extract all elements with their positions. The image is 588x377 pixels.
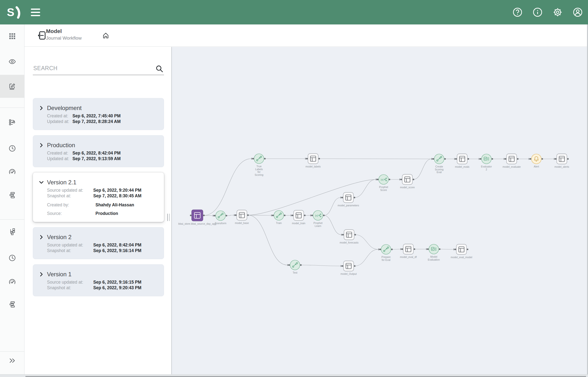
dag-node-label: Preparefor Eval (381, 256, 391, 261)
visibility-icon[interactable] (0, 54, 24, 69)
dag-node-model_parameters[interactable]: model_parameters (338, 192, 359, 207)
history-icon[interactable] (0, 251, 24, 265)
settings-icon[interactable] (552, 7, 563, 17)
expand-double-chevron-icon[interactable] (0, 353, 24, 368)
search-input[interactable] (33, 61, 164, 75)
dag-node-prepare_for_eval[interactable]: Preparefor Eval (379, 245, 393, 261)
version-card-version-2-1[interactable]: Version 2.1 Source updated at:Sep 6, 202… (33, 172, 164, 222)
dag-node-model_train[interactable]: model_train (292, 210, 305, 225)
vertical-scrollbar[interactable] (587, 24, 588, 375)
dag-node-label: TrueLabelsforScoring (255, 165, 263, 176)
dag-node-label: Test (293, 271, 297, 274)
row-value: Sep 6, 2022, 8:42:04 PM (93, 242, 141, 248)
dag-node-label: model_evaluate (502, 165, 521, 168)
dag-node-model_base[interactable]: model_base (235, 210, 249, 224)
horizontal-scrollbar-thumb[interactable] (25, 376, 586, 377)
dag-node-model_output[interactable]: model_Output (340, 261, 357, 275)
history-icon[interactable] (0, 141, 24, 156)
row-value: Shahdy Ali-Hassan (96, 202, 134, 208)
dag-node-train[interactable]: Train (272, 211, 286, 224)
svg-text:[o]: [o] (315, 214, 318, 217)
versions-panel: Development Created at:Sep 6, 2022, 7:45… (25, 47, 172, 377)
version-card-development[interactable]: Development Created at:Sep 6, 2022, 7:45… (33, 98, 164, 130)
row-label: Created by: (47, 202, 93, 208)
row-value: Sep 6, 2022, 9:20:43 PM (93, 285, 141, 291)
chevron-right-icon[interactable] (38, 234, 44, 240)
gauge-icon[interactable] (0, 275, 24, 289)
page-subheader: Model Journal Workflow (25, 24, 588, 47)
dag-node-src[interactable]: bbai_store.bbai_source_day_agg (178, 210, 216, 225)
menu-hamburger-icon[interactable] (31, 7, 42, 18)
row-value: Sep 6, 2022, 9:16:14 PM (93, 248, 141, 254)
page-subtitle: Journal Workflow (46, 35, 82, 41)
row-value: Sep 7, 2022, 8:28:24 AM (73, 119, 121, 124)
row-label: Source updated at: (47, 242, 93, 248)
dag-node-label: Train (276, 222, 282, 224)
dag-node-label: model_parameters (338, 204, 359, 207)
dag-node-model_forecasts[interactable]: model_forecasts (339, 230, 358, 244)
dag-node-evaluator_2[interactable]: Evaluator2 (480, 154, 493, 171)
dag-node-label: Transform (215, 222, 226, 225)
row-label: Snapshot at: (47, 285, 93, 291)
journal-edit-icon[interactable] (0, 75, 24, 98)
dag-node-true_labels[interactable]: TrueLabelsforScoring (252, 154, 266, 176)
row-label: Source: (47, 211, 93, 216)
dag-node-model_eval_df[interactable]: model_eval_df (400, 244, 417, 259)
dag-node-transform[interactable]: Transform (214, 211, 227, 225)
row-label: Source updated at: (47, 188, 93, 193)
version-card-version-1[interactable]: Version 1 Source updated at:Sep 6, 2022,… (33, 264, 164, 296)
dag-node-model_evals[interactable]: model_evals (455, 154, 470, 168)
chevron-right-icon[interactable] (38, 271, 44, 277)
dag-node-model_eval_model[interactable]: model_eval_model (451, 244, 472, 259)
row-value: Production (96, 211, 118, 216)
flow-schema-icon[interactable] (0, 224, 24, 239)
pipeline-icon[interactable] (0, 115, 24, 130)
row-label: Snapshot at: (47, 193, 93, 199)
dag-node-model_evaluate[interactable]: model_evaluate (502, 154, 521, 168)
row-label: Snapshot at: (47, 248, 93, 254)
version-card-version-2[interactable]: Version 2 Source updated at:Sep 6, 2022,… (33, 227, 164, 259)
dag-node-model_labels[interactable]: model_labels (305, 153, 321, 168)
account-icon[interactable] (573, 7, 583, 17)
row-value: Sep 6, 2022, 7:45:40 PM (73, 113, 121, 119)
horizontal-scrollbar[interactable] (0, 374, 588, 377)
info-icon[interactable] (532, 7, 543, 17)
row-label: Created at: (47, 150, 73, 156)
row-label: Updated at: (47, 156, 73, 162)
chevron-right-icon[interactable] (38, 142, 44, 148)
dag-node-label: model_forecasts (339, 241, 358, 244)
workflow-canvas[interactable]: bbai_store.bbai_source_day_aggTransformm… (172, 47, 588, 377)
chevron-right-icon[interactable] (38, 105, 44, 111)
dag-node-label: ProphetScore (379, 186, 388, 191)
dag-node-model_score[interactable]: model_score (400, 174, 415, 189)
help-icon[interactable] (512, 7, 523, 17)
queue-icon[interactable] (0, 297, 24, 312)
left-icon-rail (0, 24, 25, 377)
chevron-down-icon[interactable] (38, 179, 44, 185)
row-label: Updated at: (47, 119, 73, 124)
dag-node-create_scoring_eval[interactable]: CreateScoringEval (433, 154, 446, 174)
row-label: Source updated at: (47, 280, 93, 285)
home-icon[interactable] (102, 31, 110, 39)
search-icon[interactable] (155, 65, 163, 73)
panel-resize-handle[interactable] (167, 214, 170, 221)
dag-node-label: CreateScoringEval (435, 165, 444, 174)
card-title: Development (47, 105, 82, 111)
apps-grid-icon[interactable] (0, 29, 24, 44)
app-logo-icon: S (7, 5, 22, 19)
gauge-icon[interactable] (0, 165, 24, 179)
version-card-list: Development Created at:Sep 6, 2022, 7:45… (33, 98, 164, 301)
dag-node-label: model_score (400, 186, 415, 189)
version-card-production[interactable]: Production Created at:Sep 6, 2022, 8:42:… (33, 135, 164, 167)
dag-node-model_alerts[interactable]: model_alerts (554, 154, 569, 168)
workflow-dag[interactable]: bbai_store.bbai_source_day_aggTransformm… (172, 47, 588, 377)
dag-node-prophet_score[interactable]: [o]ProphetScore (377, 175, 390, 191)
queue-icon[interactable] (0, 188, 24, 202)
dag-node-model_evaluation[interactable]: ModelEvaluation (427, 244, 440, 261)
logo-letter: S (7, 6, 14, 19)
dag-node-label: model_eval_model (451, 256, 472, 259)
dag-node-prophet_learn[interactable]: [o]ProphetLearn (311, 211, 325, 227)
dag-node-test[interactable]: Test (288, 260, 301, 274)
dag-node-alert[interactable]: Alert (530, 154, 543, 168)
row-value: Sep 6, 2022, 9:20:44 PM (93, 188, 141, 193)
